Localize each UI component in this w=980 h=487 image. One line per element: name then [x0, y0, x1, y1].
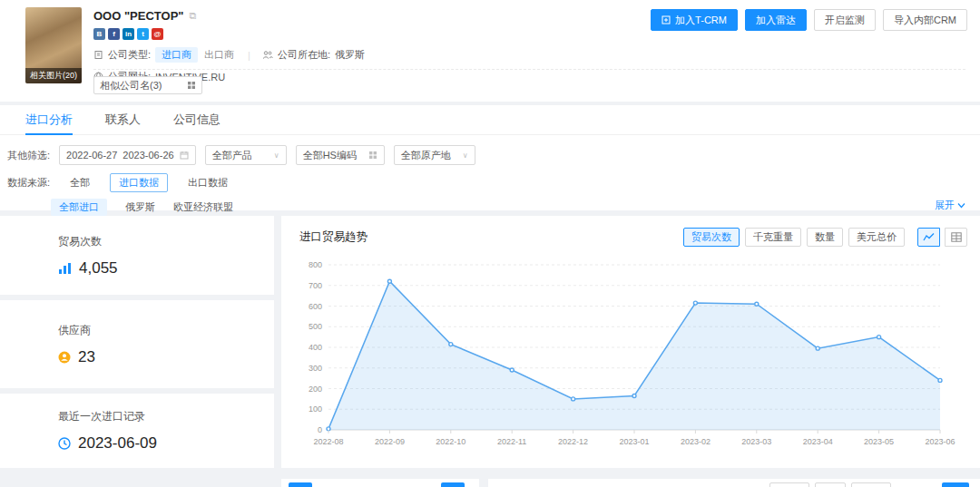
location-label: 公司所在地:: [278, 48, 330, 62]
analysis-panel: 进口分析 联系人 公司信息 其他筛选: 2022-06-27 2023-06-2…: [0, 105, 980, 210]
add-box-icon: [662, 15, 671, 24]
calendar-icon: [180, 151, 189, 160]
company-header: 相关图片(20) OOO "PECTOP" ⧉ B f in t @ 公司类型:…: [0, 0, 980, 102]
origin-select[interactable]: 全部原产地 ∨: [394, 145, 475, 165]
clipped-button[interactable]: [851, 482, 891, 487]
expand-toggle[interactable]: 展开: [935, 199, 965, 212]
linkedin-icon[interactable]: in: [122, 28, 134, 40]
svg-text:2022-10: 2022-10: [436, 437, 466, 446]
supplier-icon: [58, 351, 71, 364]
social-links: B f in t @: [93, 28, 365, 40]
tab-bar: 进口分析 联系人 公司信息: [0, 105, 980, 135]
similar-company-select[interactable]: 相似公司名(3): [93, 76, 202, 94]
clipped-button[interactable]: [815, 482, 846, 487]
data-source-row: 数据来源: 全部 进口数据 出口数据: [0, 165, 980, 192]
metric-usd-total[interactable]: 美元总价: [848, 228, 905, 247]
svg-text:200: 200: [309, 385, 322, 394]
data-source-label: 数据来源:: [7, 176, 50, 190]
date-range-picker[interactable]: 2022-06-27 2023-06-26: [59, 145, 196, 165]
next-section-card-left: [281, 479, 479, 487]
exporter-tag[interactable]: 出口商: [202, 47, 236, 63]
chevron-down-icon: ∨: [463, 151, 468, 160]
add-radar-label: 加入雷达: [756, 14, 796, 27]
trade-count-value: 4,055: [79, 259, 118, 278]
supplier-value: 23: [78, 348, 95, 366]
copy-icon[interactable]: ⧉: [190, 11, 197, 21]
scope-eaeu[interactable]: 欧亚经济联盟: [173, 200, 233, 214]
facebook-icon[interactable]: f: [108, 28, 120, 40]
photo-caption: 相关图片(20): [25, 68, 82, 83]
people-icon: [262, 50, 273, 60]
location-value: 俄罗斯: [335, 48, 365, 62]
hs-code-select-value: 全部HS编码: [303, 149, 357, 162]
tab-company-info[interactable]: 公司信息: [173, 105, 220, 134]
company-photo[interactable]: 相关图片(20): [25, 7, 82, 83]
svg-text:2023-03: 2023-03: [741, 437, 771, 446]
supplier-label: 供应商: [58, 323, 274, 338]
last-import-label: 最近一次进口记录: [58, 409, 274, 424]
svg-text:500: 500: [309, 322, 322, 331]
svg-text:0: 0: [318, 425, 322, 434]
grid-icon: [187, 81, 196, 90]
product-select[interactable]: 全部产品 ∨: [205, 145, 287, 165]
add-radar-button[interactable]: 加入雷达: [745, 9, 807, 31]
start-monitor-label: 开启监测: [825, 14, 865, 27]
metric-trade-count[interactable]: 贸易次数: [683, 228, 740, 247]
email-icon[interactable]: @: [152, 28, 163, 40]
chevron-down-icon: [957, 202, 965, 209]
svg-text:2023-01: 2023-01: [619, 437, 649, 446]
company-info: OOO "PECTOP" ⧉ B f in t @ 公司类型: 进口商 出口商 …: [93, 9, 365, 83]
expand-label: 展开: [935, 199, 955, 212]
import-crm-label: 导入内部CRM: [894, 14, 956, 27]
metric-kg-weight[interactable]: 千克重量: [745, 228, 801, 247]
trade-count-card: 贸易次数 4,055: [0, 216, 274, 295]
import-trend-card: 进口贸易趋势 贸易次数 千克重量 数量 美元总价 010020030040050…: [281, 216, 980, 468]
clipped-button[interactable]: [441, 482, 465, 487]
tab-contacts[interactable]: 联系人: [105, 105, 141, 134]
supplier-card: 供应商 23: [0, 300, 274, 388]
import-scope-row: 全部进口 俄罗斯 欧亚经济联盟 展开: [0, 192, 980, 216]
scope-russia[interactable]: 俄罗斯: [125, 200, 155, 214]
header-actions: 加入T-CRM 加入雷达 开启监测 导入内部CRM: [651, 9, 967, 31]
source-all[interactable]: 全部: [64, 174, 95, 191]
product-select-value: 全部产品: [212, 149, 252, 162]
last-import-card: 最近一次进口记录 2023-06-09: [0, 394, 274, 468]
svg-text:600: 600: [309, 302, 322, 311]
bar-chart-icon: [58, 262, 72, 275]
scope-all-import[interactable]: 全部进口: [51, 199, 107, 216]
svg-text:400: 400: [309, 343, 322, 352]
metric-quantity[interactable]: 数量: [807, 228, 843, 247]
source-import-data[interactable]: 进口数据: [110, 173, 168, 192]
chart-title: 进口贸易趋势: [299, 229, 368, 245]
importer-tag[interactable]: 进口商: [155, 47, 198, 63]
clipped-button[interactable]: [942, 482, 969, 487]
svg-text:700: 700: [309, 281, 322, 290]
tab-import-analysis[interactable]: 进口分析: [25, 105, 73, 134]
origin-select-value: 全部原产地: [401, 149, 451, 162]
add-tcrm-button[interactable]: 加入T-CRM: [651, 9, 738, 31]
filter-row: 其他筛选: 2022-06-27 2023-06-26 全部产品 ∨ 全部HS编…: [0, 135, 980, 165]
import-crm-button[interactable]: 导入内部CRM: [883, 9, 967, 31]
start-monitor-button[interactable]: 开启监测: [814, 9, 876, 31]
clipped-button[interactable]: [769, 482, 809, 487]
chart-metric-toggles: 贸易次数 千克重量 数量 美元总价: [683, 228, 967, 247]
svg-text:2022-08: 2022-08: [313, 437, 343, 446]
clipped-button[interactable]: [289, 482, 312, 487]
svg-text:2023-02: 2023-02: [681, 437, 710, 446]
similar-company-label: 相似公司名(3): [100, 79, 162, 93]
twitter-icon[interactable]: t: [137, 28, 149, 40]
company-type-label: 公司类型:: [108, 48, 151, 62]
svg-text:2022-09: 2022-09: [375, 437, 405, 446]
hs-code-select[interactable]: 全部HS编码: [296, 145, 385, 165]
vk-icon[interactable]: B: [93, 28, 105, 40]
add-tcrm-label: 加入T-CRM: [675, 14, 727, 27]
date-start: 2022-06-27: [66, 150, 117, 161]
table-view-button[interactable]: [945, 228, 967, 247]
dashed-separator: [93, 69, 965, 70]
import-trend-line-chart: 01002003004005006007008002022-082022-092…: [292, 254, 964, 463]
svg-text:2022-12: 2022-12: [558, 437, 588, 446]
other-filters-label: 其他筛选:: [7, 149, 50, 162]
divider: |: [248, 50, 250, 61]
line-chart-view-button[interactable]: [917, 228, 940, 247]
source-export-data[interactable]: 出口数据: [182, 174, 233, 191]
